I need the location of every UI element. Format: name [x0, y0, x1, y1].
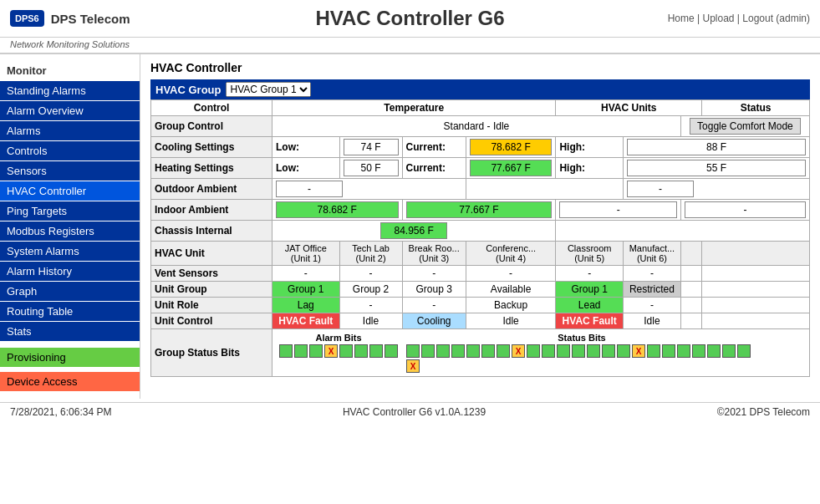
toggle-comfort-button[interactable]: Toggle Comfort Mode: [690, 118, 801, 135]
col-temperature: Temperature: [272, 100, 556, 116]
outdoor-ambient-spacer: [466, 179, 623, 200]
alarm-bit-7: [369, 344, 383, 358]
sidebar-item-system-alarms[interactable]: System Alarms: [0, 242, 140, 261]
unit4-header: Conferenc...(Unit 4): [466, 242, 556, 266]
page-title: HVAC Controller G6: [177, 7, 643, 30]
unit-control-3: Cooling: [402, 313, 466, 329]
unit-role-4: Backup: [466, 298, 556, 313]
unit-role-label: Unit Role: [151, 298, 272, 313]
footer-timestamp: 7/28/2021, 6:06:34 PM: [10, 406, 111, 418]
group-status-bits-cell: Alarm Bits X: [272, 329, 810, 377]
sidebar-item-graph[interactable]: Graph: [0, 282, 140, 301]
unit-role-3: -: [402, 298, 466, 313]
unit-control-row: Unit Control HVAC Fault Idle Cooling Idl…: [151, 313, 810, 329]
chassis-internal-empty: [556, 221, 810, 242]
cooling-settings-row: Cooling Settings Low: 74 F Current: 78.6…: [151, 137, 810, 158]
alarm-bit-6: [354, 344, 368, 358]
status-bit-6: [481, 344, 495, 358]
sidebar-item-routing-table[interactable]: Routing Table: [0, 302, 140, 321]
cooling-current-label: Current:: [402, 137, 466, 158]
sidebar-item-stats[interactable]: Stats: [0, 322, 140, 341]
unit-control-2: Idle: [339, 313, 402, 329]
sidebar-item-hvac-controller[interactable]: HVAC Controller: [0, 181, 140, 201]
chassis-internal-label: Chassis Internal: [151, 221, 272, 242]
status-bits-label: Status Bits: [406, 333, 757, 343]
unit-control-4: Idle: [466, 313, 556, 329]
status-bit-16: X: [632, 344, 645, 358]
group-status-bits-label: Group Status Bits: [151, 329, 272, 377]
status-bit-12: [572, 344, 585, 358]
sidebar-item-device-access[interactable]: Device Access: [0, 372, 140, 391]
unit-headers-row: HVAC Unit JAT Office(Unit 1) Tech Lab(Un…: [151, 242, 810, 266]
unit-group-2: Group 2: [339, 282, 402, 298]
sidebar-item-sensors[interactable]: Sensors: [0, 161, 140, 181]
outdoor-ambient-row: Outdoor Ambient - -: [151, 179, 810, 200]
indoor-ambient-row: Indoor Ambient 78.682 F 77.667 F - -: [151, 200, 810, 221]
status-bit-5: [466, 344, 480, 358]
group-status-bits-row: Group Status Bits Alarm Bits X: [151, 329, 810, 377]
sidebar-item-standing-alarms[interactable]: Standing Alarms: [0, 81, 140, 100]
alarm-bit-4: X: [324, 344, 338, 358]
vent-sensors-label: Vent Sensors: [151, 266, 272, 282]
status-bit-11: [557, 344, 570, 358]
unit6-header: Manufact...(Unit 6): [623, 242, 680, 266]
hvac-unit-label: HVAC Unit: [151, 242, 272, 266]
group-control-label: Group Control: [151, 116, 272, 137]
sidebar-item-alarm-history[interactable]: Alarm History: [0, 262, 140, 281]
col-status: Status: [702, 100, 810, 116]
footer-copyright: ©2021 DPS Telecom: [717, 406, 810, 418]
unit3-header: Break Roo...(Unit 3): [402, 242, 466, 266]
status-bit-18: [662, 344, 675, 358]
status-bit-14: [602, 344, 615, 358]
heating-high-value: 55 F: [623, 158, 809, 179]
logo-area: DPS6 DPS Telecom: [10, 10, 177, 27]
status-bit-15: [617, 344, 630, 358]
group-control-row: Group Control Standard - Idle Toggle Com…: [151, 116, 810, 137]
logo-box: DPS6: [10, 10, 44, 27]
tagline: Network Monitoring Solutions: [0, 38, 820, 53]
sidebar-item-controls[interactable]: Controls: [0, 141, 140, 160]
vent-sensors-row: Vent Sensors - - - - - -: [151, 266, 810, 282]
col-control: Control: [151, 100, 272, 116]
outdoor-ambient-label: Outdoor Ambient: [151, 179, 272, 200]
outdoor-ambient-val2: -: [623, 179, 809, 200]
sidebar-section-monitor: Monitor: [0, 61, 140, 80]
status-bit-17: [647, 344, 660, 358]
unit-control-1: HVAC Fault: [272, 313, 340, 329]
heating-settings-label: Heating Settings: [151, 158, 272, 179]
unit-role-1: Lag: [272, 298, 340, 313]
vent1: -: [272, 266, 340, 282]
sidebar-item-modbus-registers[interactable]: Modbus Registers: [0, 221, 140, 241]
group-select[interactable]: HVAC Group 1: [226, 82, 311, 97]
chassis-internal-val1: 84.956 F: [272, 221, 556, 242]
alarm-bit-2: [294, 344, 308, 358]
status-bit-1: [406, 344, 420, 358]
sidebar-item-alarms[interactable]: Alarms: [0, 121, 140, 140]
heating-low-label: Low:: [272, 158, 340, 179]
sidebar-item-ping-targets[interactable]: Ping Targets: [0, 201, 140, 221]
logo-abbr: DPS6: [15, 13, 39, 23]
cooling-low-label: Low:: [272, 137, 340, 158]
sidebar-item-provisioning[interactable]: Provisioning: [0, 348, 140, 367]
unit-role-2: -: [339, 298, 402, 313]
status-bit-22: [722, 344, 736, 358]
status-bit-2: [421, 344, 435, 358]
cooling-settings-label: Cooling Settings: [151, 137, 272, 158]
status-bit-23: [737, 344, 751, 358]
header-nav[interactable]: Home | Upload | Logout (admin): [643, 13, 810, 24]
chassis-internal-row: Chassis Internal 84.956 F: [151, 221, 810, 242]
cooling-current-value: 78.682 F: [466, 137, 556, 158]
status-bit-8: X: [512, 344, 525, 358]
status-bits-row: X X: [406, 344, 757, 373]
status-bits-group: Status Bits X: [406, 333, 757, 373]
vent3: -: [402, 266, 466, 282]
heating-low-value: 50 F: [339, 158, 402, 179]
content-area: HVAC Controller HVAC Group HVAC Group 1 …: [140, 54, 820, 399]
unit-group-6: Restricted: [623, 282, 680, 298]
unit-role-6: -: [623, 298, 680, 313]
vent2: -: [339, 266, 402, 282]
group-control-value: Standard - Idle: [272, 116, 681, 137]
unit-group-3: Group 3: [402, 282, 466, 298]
sidebar-item-alarm-overview[interactable]: Alarm Overview: [0, 101, 140, 120]
indoor-ambient-label: Indoor Ambient: [151, 200, 272, 221]
